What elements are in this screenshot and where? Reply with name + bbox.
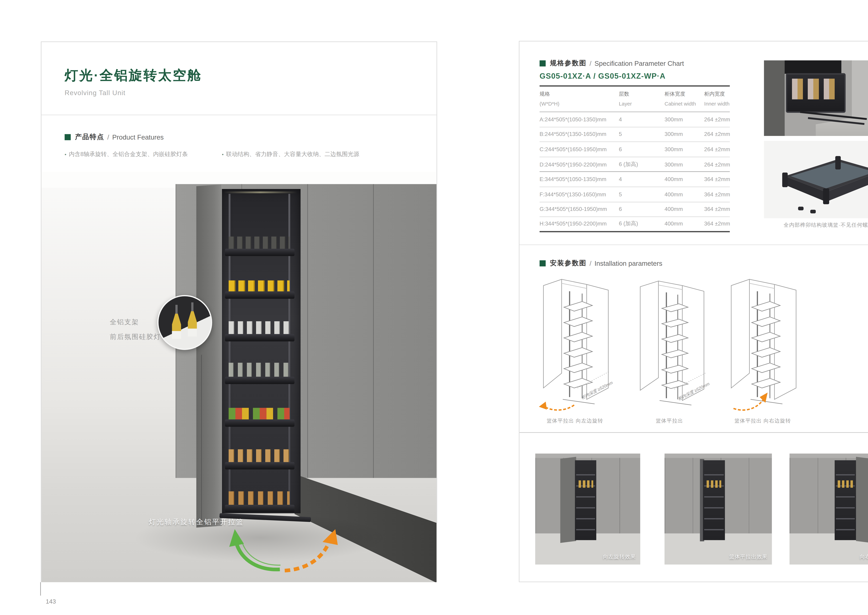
section-marker-icon — [65, 134, 71, 140]
install-heading-sep: / — [590, 259, 592, 267]
photo-annotation: 灯光轴承旋转全铝平开拉篮 — [149, 518, 244, 527]
shelf-items-bottles — [229, 449, 290, 462]
shelf-tray — [225, 462, 294, 469]
spec-table-header: 规格(W*D*H) 层数Layer 柜体宽度Cabinet width 柜内宽度… — [540, 87, 730, 112]
open-cabinet-door — [196, 184, 222, 528]
catalog-spread: 灯光·全铝旋转太空舱 Revolving Tall Unit 产品特点 / Pr… — [0, 0, 868, 615]
diagram-caption: 篮体平拉出 向左边旋转 — [529, 418, 621, 425]
install-diagram-pull-out: 柜内深度 ≥520mm — [632, 276, 718, 413]
tall-unit-cavity — [220, 189, 301, 513]
table-row: B:244*505*(1350-1650)mm5300mm264 ±2mm — [540, 127, 730, 142]
spec-table: 规格(W*D*H) 层数Layer 柜体宽度Cabinet width 柜内宽度… — [540, 86, 730, 232]
table-row: D:244*505*(1950-2200)mm6 (加高)300mm264 ±2… — [540, 157, 730, 172]
shelves — [576, 465, 595, 534]
callout-line-2: 前后氛围硅胶灯 — [110, 329, 161, 344]
photo-caption: 向左旋转效果 — [603, 554, 636, 561]
install-heading-cn: 安装参数图 — [550, 259, 587, 268]
spec-photo-caption: 全内部榫卯结构玻璃篮·不见任何螺丝 — [764, 222, 868, 229]
shelf-items — [578, 480, 593, 488]
shelf-tray — [225, 249, 294, 256]
col-header-cabinet-width: 柜体宽度Cabinet width — [665, 91, 696, 106]
shelf-items-bottles — [229, 321, 290, 334]
shelf-items-cans — [229, 281, 290, 292]
callout-leader-line — [201, 355, 202, 521]
title-block: 灯光·全铝旋转太空舱 Revolving Tall Unit — [65, 67, 202, 96]
shelves — [836, 465, 855, 534]
shelf-items-bottles — [229, 492, 290, 505]
hero-product-photo: 全铝支架 前后氛围硅胶灯 灯光轴承旋转全铝平开拉篮 — [42, 172, 437, 582]
shelf-tray — [225, 334, 294, 342]
shelf-items — [229, 237, 290, 249]
shelf-items-bottles — [229, 363, 290, 377]
diagram-caption: 篮体平拉出 向右边旋转 — [717, 418, 809, 425]
table-row: G:344*505*(1650-1950)mm6400mm364 ±2mm — [540, 202, 730, 217]
features-heading-sep: / — [107, 133, 109, 140]
bullet-icon: • — [222, 152, 223, 157]
result-photo-pull-out: 篮体平拉出效果 — [665, 454, 772, 565]
bullet-icon: • — [65, 152, 66, 157]
feature-item: •联动结构、省力静音、大容量大收纳、二边氛围光源 — [222, 150, 359, 158]
cabinet-interior — [785, 61, 841, 74]
features-heading-en: Product Features — [112, 133, 164, 140]
feature-text: 内含8轴承旋转、全铝合金支架、内嵌硅胶灯条 — [69, 150, 188, 157]
result-photo-rotate-right: 向右旋转效果 — [790, 454, 868, 565]
feature-item: •内含8轴承旋转、全铝合金支架、内嵌硅胶灯条 — [65, 150, 188, 158]
pullout-basket — [786, 73, 845, 112]
table-row: C:244*505*(1650-1950)mm6300mm264 ±2mm — [540, 142, 730, 157]
section-marker-icon — [540, 260, 546, 266]
shelf-tray — [225, 419, 294, 427]
divider — [520, 432, 868, 433]
page-subtitle: Revolving Tall Unit — [65, 89, 202, 96]
spec-photo-basket-in-cabinet — [764, 61, 868, 136]
basket-bottles — [792, 79, 840, 99]
shelf-items — [706, 480, 721, 488]
bottle-label — [172, 331, 181, 339]
feature-text: 联动结构、省力静音、大容量大收纳、二边氛围光源 — [226, 150, 359, 157]
shelf-tray — [225, 377, 294, 384]
table-row: E:344*505*(1050-1350)mm4400mm364 ±2mm — [540, 172, 730, 187]
photo-caption: 向右旋转效果 — [860, 554, 868, 561]
col-header-layer: 层数Layer — [619, 91, 632, 106]
rotation-arrows — [221, 521, 343, 575]
col-header-inner-width: 柜内宽度Inner width — [704, 91, 729, 106]
features-heading: 产品特点 / Product Features — [65, 132, 164, 142]
divider — [42, 115, 437, 115]
install-heading: 安装参数图 / Installation parameters — [540, 259, 662, 268]
table-row: H:344*505*(1950-2200)mm6 (加高)400mm364 ±2… — [540, 217, 730, 232]
callout-annotation: 全铝支架 前后氛围硅胶灯 — [110, 315, 161, 344]
shelf-tray — [225, 292, 294, 299]
glass-basket-render — [764, 141, 868, 218]
detail-callout-circle — [157, 295, 212, 350]
led-glow — [224, 192, 297, 194]
page-number-left: 143 — [46, 598, 56, 605]
callout-line-1: 全铝支架 — [110, 315, 161, 329]
install-diagram-rotate-left: 柜内深度 ≥520mm — [538, 276, 623, 413]
spec-heading: 规格参数图 / Specification Parameter Chart — [540, 58, 684, 68]
shelf-items — [838, 480, 853, 488]
open-door — [560, 457, 576, 543]
divider — [520, 244, 868, 245]
page-right: 规格参数图 / Specification Parameter Chart GS… — [519, 41, 868, 582]
table-row: A:244*505*(1050-1350)mm4300mm264 ±2mm — [540, 112, 730, 127]
spec-heading-en: Specification Parameter Chart — [595, 59, 684, 67]
shelf-tray — [225, 505, 294, 512]
shelves — [704, 465, 724, 534]
spec-photo-glass-basket — [764, 141, 868, 218]
install-heading-en: Installation parameters — [595, 259, 662, 267]
page-title: 灯光·全铝旋转太空舱 — [65, 67, 202, 85]
result-photo-rotate-left: 向左旋转效果 — [535, 454, 640, 565]
table-row: F:344*505*(1350-1650)mm5400mm364 ±2mm — [540, 187, 730, 202]
diagram-caption: 篮体平拉出 — [624, 418, 715, 425]
model-number: GS05-01XZ·A / GS05-01XZ-WP·A — [540, 72, 666, 80]
photo-caption: 篮体平拉出效果 — [729, 554, 768, 561]
spec-heading-cn: 规格参数图 — [550, 58, 587, 68]
bottle-label — [188, 329, 197, 337]
col-header-spec: 规格(W*D*H) — [540, 91, 559, 106]
features-heading-cn: 产品特点 — [75, 132, 104, 142]
install-diagram-rotate-right — [726, 276, 811, 413]
spec-heading-sep: / — [590, 59, 592, 67]
section-marker-icon — [540, 60, 546, 66]
page-corner-line — [40, 582, 41, 596]
shelf-items-cartons — [229, 408, 290, 420]
open-door — [856, 457, 868, 543]
